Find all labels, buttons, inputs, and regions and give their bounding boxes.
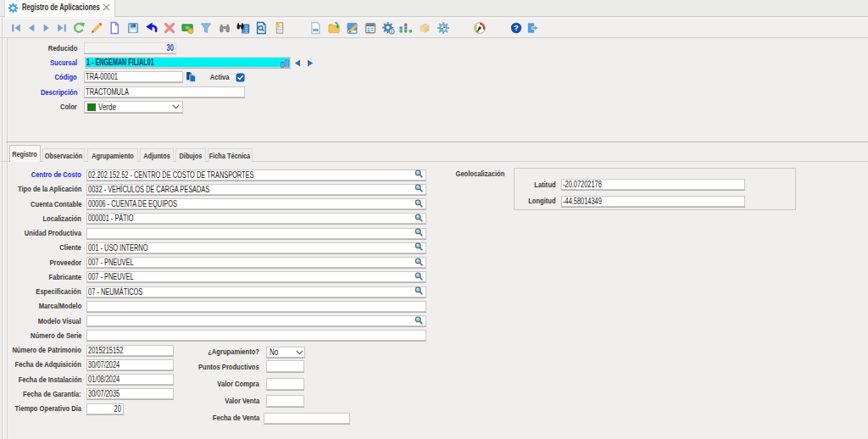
svg-text:?: ? bbox=[514, 23, 519, 32]
svg-text:HIS: HIS bbox=[313, 29, 319, 32]
